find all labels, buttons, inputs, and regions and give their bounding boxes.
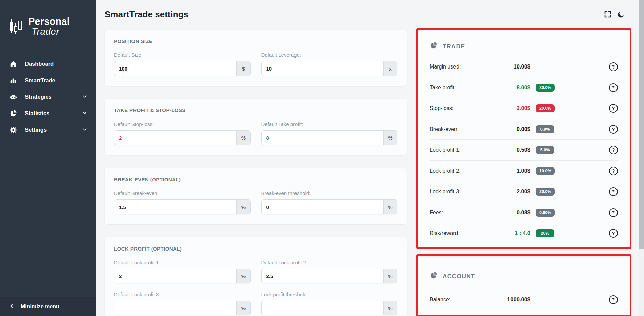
settings-column: POSITION SIZE Default Size: $ Default Le… [105, 30, 407, 316]
input-group: % [261, 269, 398, 283]
sidebar-item-label: Strategies [25, 94, 74, 100]
page-header: SmartTrade settings [105, 7, 644, 21]
sidebar-item-dashboard[interactable]: Dashboard [0, 56, 96, 72]
candlestick-logo-icon [9, 17, 24, 36]
scrollbar[interactable] [639, 0, 644, 316]
row-label: Lock profit 3: [430, 189, 491, 195]
pie-chart-icon [430, 42, 437, 51]
sidebar-item-label: SmartTrade [25, 77, 88, 84]
row-value: 2.00$ [491, 188, 530, 195]
unit-addon: $ [236, 61, 250, 76]
field-label: Lock profit threshold: [261, 291, 398, 297]
row-label: Lock profit 2: [430, 168, 491, 174]
unit-addon: x [383, 61, 397, 76]
help-icon[interactable]: ? [609, 125, 618, 134]
robot-icon [9, 93, 17, 101]
trade-row-stop-loss: Stop-loss: 2.00$ 20.0% ? [430, 98, 618, 119]
row-label: Balance: [430, 297, 491, 303]
unit-addon: % [236, 301, 250, 315]
app-window: Personal Trader Dashboard Sma [0, 0, 644, 316]
field-label: Default Lock profit 1: [114, 260, 251, 265]
row-value: 0.08$ [491, 209, 530, 216]
sidebar: Personal Trader Dashboard Sma [0, 0, 96, 316]
trade-row-lock-profit-1: Lock profit 1: 0.50$ 5.0% ? [430, 140, 618, 161]
sidebar-item-label: Dashboard [25, 61, 88, 67]
moon-icon[interactable] [617, 11, 625, 18]
input-group: % [114, 301, 251, 315]
row-label: Break-even: [430, 126, 491, 132]
row-label: Lock profit 1: [430, 147, 491, 153]
trade-row-margin-used: Margin used: 10.00$ ? [430, 56, 618, 77]
percentage-badge: 0.80% [536, 209, 555, 217]
help-icon[interactable]: ? [609, 62, 618, 71]
input-group: x [261, 61, 398, 76]
help-icon[interactable]: ? [609, 146, 618, 154]
trade-panel: TRADE Margin used: 10.00$ ? Take profit:… [418, 30, 630, 247]
lock-profit-3-input[interactable] [114, 301, 236, 315]
sidebar-item-strategies[interactable]: Strategies [0, 89, 96, 105]
percentage-badge: 80.0% [536, 84, 555, 92]
pie-chart-icon [9, 110, 17, 117]
field-label: Default Lock profit 3: [114, 291, 251, 297]
minimize-menu-button[interactable]: Minimize menu [0, 297, 96, 316]
input-group: % [114, 130, 251, 145]
default-leverage-input[interactable] [262, 61, 384, 76]
bar-chart-icon [9, 77, 17, 84]
lock-profit-2-input[interactable] [262, 269, 384, 283]
scrollbar-thumb[interactable] [639, 0, 644, 249]
sidebar-item-label: Settings [25, 127, 74, 133]
input-group: % [261, 130, 398, 145]
help-icon[interactable]: ? [609, 104, 618, 113]
percentage-badge: 10.0% [536, 167, 555, 175]
help-icon[interactable]: ? [609, 295, 618, 304]
field-lock-profit-threshold: Lock profit threshold: % [261, 291, 398, 315]
help-icon[interactable]: ? [609, 208, 618, 217]
fullscreen-icon[interactable] [604, 10, 612, 18]
field-label: Default Stop-loss: [114, 121, 251, 127]
chevron-down-icon [82, 126, 88, 134]
account-panel-header: ACCOUNT [430, 272, 618, 281]
input-group: % [261, 301, 398, 315]
sidebar-item-settings[interactable]: Settings [0, 122, 96, 138]
card-position-size: POSITION SIZE Default Size: $ Default Le… [105, 30, 407, 86]
input-group: % [114, 269, 251, 283]
trade-row-risk-reward: Risk/reward: 1 : 4.0 20% ? [430, 223, 618, 243]
account-row-margin-used: Margin Used: 1.00% ? [430, 310, 618, 316]
home-icon [9, 60, 17, 68]
trade-row-lock-profit-2: Lock profit 2: 1.00$ 10.0% ? [430, 161, 618, 181]
trade-panel-header: TRADE [430, 42, 618, 51]
help-icon[interactable]: ? [609, 167, 618, 175]
minimize-menu-label: Minimize menu [21, 304, 59, 310]
row-value: 1 : 4.0 [491, 230, 530, 236]
sidebar-item-statistics[interactable]: Statistics [0, 105, 96, 122]
chevron-left-icon [9, 303, 15, 310]
help-icon[interactable]: ? [609, 83, 618, 92]
trade-row-take-profit: Take profit: 8.00$ 80.0% ? [430, 77, 618, 98]
row-label: Fees: [430, 210, 491, 216]
lock-profit-1-input[interactable] [114, 269, 236, 283]
row-value: 1.00$ [491, 168, 530, 174]
field-label: Default Take profit: [261, 121, 398, 127]
section-title: TAKE PROFIT & STOP-LOSS [114, 107, 397, 113]
help-icon[interactable]: ? [609, 187, 618, 196]
breakeven-threshold-input[interactable] [262, 200, 384, 214]
help-icon[interactable]: ? [609, 229, 618, 238]
default-size-input[interactable] [114, 61, 236, 76]
unit-addon: % [383, 301, 397, 315]
summary-column: TRADE Margin used: 10.00$ ? Take profit:… [418, 30, 630, 316]
page-title: SmartTrade settings [105, 9, 189, 20]
percentage-badge: 20.0% [536, 104, 555, 112]
lock-profit-threshold-input[interactable] [262, 301, 384, 315]
row-label: Margin used: [430, 64, 491, 70]
sidebar-item-smarttrade[interactable]: SmartTrade [0, 72, 96, 89]
account-panel-title: ACCOUNT [443, 273, 475, 280]
default-takeprofit-input[interactable] [262, 131, 384, 145]
chevron-down-icon [82, 110, 88, 117]
sidebar-nav: Dashboard SmartTrade [0, 56, 96, 138]
unit-addon: % [383, 131, 397, 145]
input-group: % [261, 199, 398, 214]
percentage-badge: 0.0% [536, 125, 554, 133]
logo[interactable]: Personal Trader [0, 0, 96, 36]
default-breakeven-input[interactable] [114, 200, 236, 214]
default-stoploss-input[interactable] [114, 131, 236, 145]
